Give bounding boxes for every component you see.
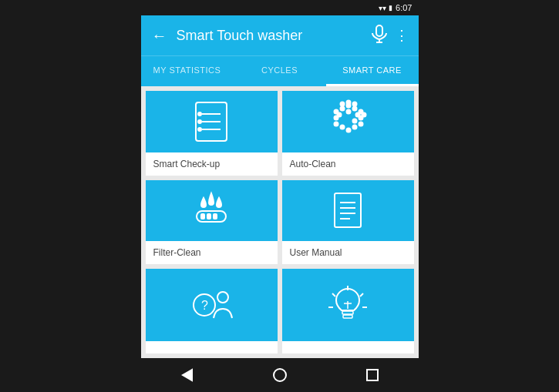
svg-point-24: [353, 102, 357, 106]
nav-back-button[interactable]: [170, 358, 204, 392]
svg-marker-51: [183, 370, 192, 380]
status-time: 6:07: [396, 3, 412, 12]
card-auto-clean[interactable]: Auto-Clean: [282, 91, 414, 176]
svg-point-41: [217, 292, 228, 303]
tips-label: [282, 341, 414, 353]
svg-rect-47: [342, 311, 353, 314]
smart-checkup-label: Smart Check-up: [146, 152, 278, 176]
svg-point-20: [338, 112, 342, 116]
svg-rect-34: [335, 193, 361, 227]
tips-icon-area: [282, 269, 414, 341]
svg-point-22: [347, 100, 351, 104]
app-bar: ← Smart Touch washer ⋮: [141, 15, 419, 55]
tab-smart-care[interactable]: SMART CARE: [326, 56, 419, 86]
user-manual-icon-area: [282, 180, 414, 242]
svg-point-28: [353, 125, 357, 129]
wifi-icon: ▾▾: [379, 4, 386, 12]
svg-line-43: [360, 293, 363, 297]
help-label: [146, 341, 278, 353]
nav-home-button[interactable]: [263, 358, 297, 392]
card-user-manual[interactable]: User Manual: [282, 180, 414, 265]
card-smart-checkup[interactable]: Smart Check-up: [146, 91, 278, 176]
svg-rect-31: [201, 214, 204, 219]
smart-checkup-icon-area: [146, 91, 278, 152]
battery-icon: ▮: [389, 4, 392, 12]
content-grid: Smart Check-up: [141, 86, 419, 358]
filter-clean-icon-area: [146, 180, 278, 242]
card-tips[interactable]: [282, 269, 414, 353]
svg-text:?: ?: [201, 299, 208, 312]
status-bar: ▾▾ ▮ 6:07: [141, 0, 419, 15]
svg-point-14: [353, 119, 357, 122]
mic-button[interactable]: [372, 25, 387, 47]
auto-clean-label: Auto-Clean: [282, 152, 414, 176]
recent-square-icon: [366, 369, 379, 381]
svg-line-45: [332, 293, 335, 297]
tab-my-statistics[interactable]: MY STATISTICS: [141, 56, 234, 86]
svg-point-5: [198, 112, 201, 116]
svg-point-9: [198, 128, 201, 131]
svg-point-29: [359, 122, 363, 126]
phone-container: ▾▾ ▮ 6:07 ← Smart Touch washer ⋮ MY STAT…: [141, 0, 419, 392]
back-button[interactable]: ←: [150, 27, 169, 45]
tab-cycles[interactable]: CYCLES: [234, 56, 326, 86]
svg-rect-0: [376, 25, 382, 36]
card-help[interactable]: ?: [146, 269, 278, 353]
status-icons: ▾▾ ▮: [379, 4, 392, 12]
svg-point-10: [341, 106, 345, 110]
filter-clean-label: Filter-Clean: [146, 241, 278, 264]
svg-point-17: [362, 112, 366, 116]
nav-recent-button[interactable]: [355, 358, 389, 392]
svg-point-25: [335, 122, 338, 126]
svg-point-7: [198, 120, 201, 123]
svg-rect-48: [343, 315, 352, 318]
card-filter-clean[interactable]: Filter-Clean: [146, 180, 278, 265]
tab-bar: MY STATISTICS CYCLES SMART CARE: [141, 55, 419, 86]
svg-point-23: [341, 102, 345, 106]
user-manual-label: User Manual: [282, 241, 414, 264]
home-circle-icon: [273, 368, 287, 382]
svg-point-21: [347, 109, 351, 113]
app-title: Smart Touch washer: [177, 28, 364, 44]
svg-point-12: [353, 106, 357, 110]
svg-rect-33: [214, 214, 217, 219]
svg-point-26: [341, 125, 345, 129]
bottom-nav: [141, 358, 419, 392]
auto-clean-icon-area: [282, 91, 414, 152]
svg-rect-32: [207, 214, 210, 219]
help-icon-area: ?: [146, 269, 278, 341]
svg-point-27: [347, 128, 351, 132]
more-menu-button[interactable]: ⋮: [395, 27, 409, 44]
